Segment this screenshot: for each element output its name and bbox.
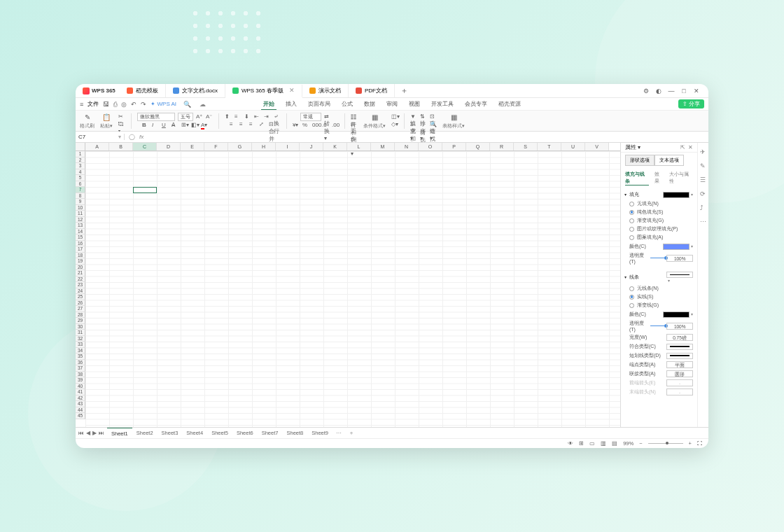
align-bot-icon[interactable]: ⬇: [244, 113, 251, 120]
align-top-icon[interactable]: ⬆: [225, 113, 232, 120]
sheet-tab[interactable]: Sheet9: [307, 428, 332, 438]
row-header[interactable]: 40: [76, 384, 85, 390]
ribbon-tab[interactable]: 稻壳资源: [496, 99, 523, 110]
column-header[interactable]: O: [419, 143, 442, 150]
zoom-in-button[interactable]: +: [689, 440, 692, 447]
row-header[interactable]: 31: [76, 330, 85, 336]
line-swatch[interactable]: [666, 272, 693, 278]
line-opacity-value[interactable]: 100%: [666, 323, 693, 330]
print-icon[interactable]: ⎙: [113, 101, 117, 108]
sheet-tab[interactable]: Sheet2: [132, 428, 158, 438]
pin-icon[interactable]: ⇱: [680, 144, 685, 150]
indent-inc-icon[interactable]: ⇥: [264, 113, 271, 120]
compound-select[interactable]: [666, 344, 693, 350]
doc-tab[interactable]: 演示文档: [302, 84, 349, 97]
line-option-row[interactable]: 无线条(N): [629, 285, 693, 292]
row-header[interactable]: 37: [76, 365, 85, 372]
row-header[interactable]: 6: [76, 181, 85, 188]
fill-option-row[interactable]: 无填充(N): [629, 200, 693, 207]
row-header[interactable]: 32: [76, 336, 85, 342]
column-header[interactable]: U: [561, 143, 585, 150]
row-header[interactable]: 28: [76, 312, 85, 318]
row-header[interactable]: 7: [76, 187, 85, 193]
column-header[interactable]: J: [300, 143, 323, 150]
rail-send-icon[interactable]: ✈: [700, 148, 707, 155]
row-header[interactable]: 39: [76, 377, 85, 384]
column-header[interactable]: Q: [466, 143, 490, 150]
add-sheet-button[interactable]: ＋: [345, 430, 358, 437]
maximize-button[interactable]: □: [680, 88, 687, 94]
row-header[interactable]: 30: [76, 324, 85, 330]
zoom-out-button[interactable]: −: [639, 440, 642, 447]
fill-option-row[interactable]: 纯色填充(S): [629, 209, 693, 216]
row-header[interactable]: 10: [76, 205, 85, 211]
fill-option-row[interactable]: 图案填充(A): [629, 234, 693, 241]
sheet-tab[interactable]: Sheet7: [258, 428, 283, 438]
row-header[interactable]: 2: [76, 158, 85, 164]
row-header[interactable]: 13: [76, 223, 85, 229]
fill-button[interactable]: ▼填充▾: [410, 113, 417, 120]
cond-format-group[interactable]: ▦ 条件格式▾: [363, 112, 386, 130]
merge-button[interactable]: ⊟合并▾: [269, 121, 276, 128]
format-painter-group[interactable]: ✎ 格式刷: [80, 112, 94, 130]
view-custom-icon[interactable]: ▤: [612, 440, 617, 447]
row-header[interactable]: 25: [76, 294, 85, 300]
row-header[interactable]: 18: [76, 253, 85, 259]
wrap-button[interactable]: ⤶换行: [274, 113, 281, 120]
column-header[interactable]: L: [347, 143, 371, 150]
fill-opacity-value[interactable]: 100%: [666, 255, 693, 262]
ribbon-tab[interactable]: 会员专享: [463, 99, 489, 110]
row-header[interactable]: 12: [76, 217, 85, 223]
dec-dec-icon[interactable]: .00: [332, 122, 339, 129]
view-break-icon[interactable]: ▥: [601, 440, 606, 447]
wps-ai-button[interactable]: ✦ WPS AI: [150, 101, 176, 107]
row-header[interactable]: 38: [76, 372, 85, 378]
column-header[interactable]: M: [371, 143, 395, 150]
ribbon-tab[interactable]: 插入: [284, 99, 299, 110]
ribbon-tab[interactable]: 视图: [407, 99, 422, 110]
fx-icon[interactable]: fx: [139, 134, 144, 140]
row-header[interactable]: 8: [76, 193, 85, 200]
close-tab-icon[interactable]: ✕: [289, 87, 295, 94]
row-header[interactable]: 20: [76, 265, 85, 271]
cancel-fx-icon[interactable]: ◯: [129, 134, 135, 140]
view-page-icon[interactable]: ▭: [589, 440, 595, 447]
paste-group[interactable]: 📋 粘贴▾: [100, 112, 113, 130]
sort-button[interactable]: ⇅排序▾: [420, 113, 427, 120]
line-color-swatch[interactable]: [663, 312, 690, 318]
ribbon-tab[interactable]: 开始: [261, 99, 276, 110]
font-name-select[interactable]: 微软雅黑: [137, 113, 175, 121]
column-header[interactable]: F: [204, 143, 228, 150]
row-col-button[interactable]: ☷行和列▾: [351, 113, 358, 120]
doc-tab[interactable]: WPS 365 春季版✕: [225, 85, 302, 98]
table-style-group[interactable]: ▦ 表格样式▾: [442, 112, 465, 130]
sheet-tab[interactable]: Sheet8: [282, 428, 307, 438]
column-header[interactable]: A: [85, 143, 109, 150]
row-header[interactable]: 1: [76, 151, 85, 158]
sheet-tab[interactable]: Sheet3: [158, 428, 183, 438]
close-panel-icon[interactable]: ✕: [688, 144, 693, 150]
cap-select[interactable]: 平面: [666, 361, 693, 368]
row-header[interactable]: 27: [76, 306, 85, 312]
preview-icon[interactable]: ◎: [121, 101, 127, 108]
row-header[interactable]: 5: [76, 175, 85, 181]
sheet-tab[interactable]: Sheet1: [107, 428, 132, 438]
cut-icon[interactable]: ✂: [118, 113, 125, 120]
row-header[interactable]: 43: [76, 401, 85, 407]
row-header[interactable]: 9: [76, 199, 85, 205]
rail-more-icon[interactable]: ⋯: [700, 218, 707, 225]
column-header[interactable]: I: [276, 143, 300, 150]
strike-icon[interactable]: A̶: [172, 122, 178, 129]
hamburger-icon[interactable]: ≡: [80, 101, 83, 108]
percent-icon[interactable]: %: [302, 122, 309, 129]
doc-tab[interactable]: PDF文档: [349, 84, 395, 97]
align-center-icon[interactable]: ≡: [239, 121, 246, 128]
sheet-last-icon[interactable]: ⏭: [99, 430, 104, 436]
row-header[interactable]: 29: [76, 318, 85, 324]
zoom-slider[interactable]: [648, 443, 683, 444]
comma-icon[interactable]: 000: [312, 122, 319, 129]
cloud-icon[interactable]: ☁: [200, 101, 206, 108]
ribbon-tab[interactable]: 开发工具: [429, 99, 456, 110]
line-option-row[interactable]: 实线(S): [629, 293, 693, 300]
fill-color-icon[interactable]: ◧▾: [191, 122, 198, 129]
